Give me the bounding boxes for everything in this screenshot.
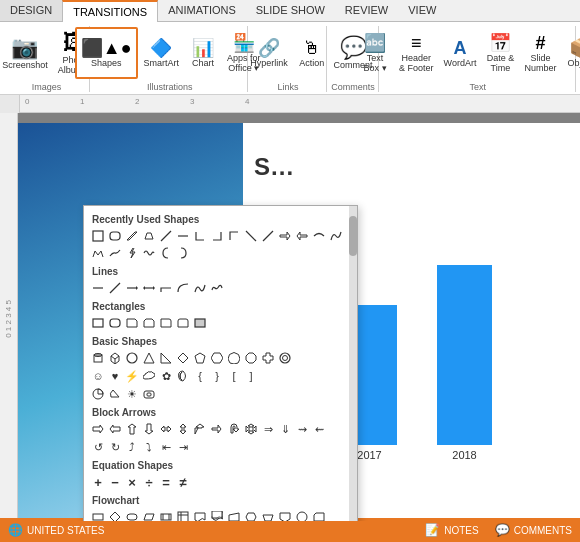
tab-review[interactable]: REVIEW [335,0,398,21]
basic-brace-right[interactable]: } [209,368,225,384]
ba-right[interactable] [90,421,106,437]
basic-flower[interactable]: ✿ [158,368,174,384]
basic-donut[interactable] [141,386,157,402]
fc-terminator[interactable] [124,509,140,521]
basic-circle[interactable] [124,350,140,366]
ba-up[interactable] [124,421,140,437]
basic-heptagon[interactable] [226,350,242,366]
tab-design[interactable]: DESIGN [0,0,62,21]
basic-cross[interactable] [260,350,276,366]
ba-right-curve[interactable]: ⇒ [260,421,276,437]
shape-parallelogram[interactable] [124,228,140,244]
ba-ribbon-right[interactable]: ⇝ [294,421,310,437]
shape-wave1[interactable] [141,245,157,261]
basic-cloud[interactable] [141,368,157,384]
shape-right-angle2[interactable] [209,228,225,244]
ba-down-curve[interactable]: ⇓ [277,421,293,437]
eq-divide[interactable]: ÷ [141,474,157,490]
fc-manual-op[interactable] [260,509,276,521]
shape-zigzag[interactable] [90,245,106,261]
rect-full[interactable] [192,315,208,331]
rect-round-two[interactable] [175,315,191,331]
shape-corner3[interactable] [226,228,242,244]
shape-rounded-rect[interactable] [107,228,123,244]
smartart-button[interactable]: 🔷 SmartArt [140,27,184,79]
shape-curve2[interactable] [328,228,344,244]
eq-multiply[interactable]: × [124,474,140,490]
eq-not-equal[interactable]: ≠ [175,474,191,490]
line-curve[interactable] [175,280,191,296]
fc-punch-card[interactable] [311,509,327,521]
tab-transitions[interactable]: TRANSITIONS [62,0,158,22]
wordart-button[interactable]: A WordArt [440,27,481,79]
shape-bracket1[interactable] [158,245,174,261]
fc-data[interactable] [141,509,157,521]
ba-left[interactable] [107,421,123,437]
screenshot-button[interactable]: 📷 Screenshot [0,27,52,79]
basic-lightning2[interactable]: ⚡ [124,368,140,384]
fc-process[interactable] [90,509,106,521]
fc-off-page[interactable] [277,509,293,521]
shape-curve1[interactable] [311,228,327,244]
shapes-scrollable[interactable]: Recently Used Shapes [84,210,357,521]
fc-internal-storage[interactable] [175,509,191,521]
shapes-button[interactable]: ⬛▲● Shapes [75,27,138,79]
basic-cylinder[interactable] [90,350,106,366]
rect-snip-two[interactable] [141,315,157,331]
basic-hexagon[interactable] [209,350,225,366]
shape-right-angle[interactable] [192,228,208,244]
ba-uturn[interactable] [226,421,242,437]
fc-predefined[interactable] [158,509,174,521]
line-straight[interactable] [90,280,106,296]
scrollbar-track[interactable] [349,206,357,521]
line-scribble[interactable] [209,280,225,296]
line-double-arrow[interactable] [141,280,157,296]
ba-callout-arrow[interactable]: ⤵ [141,439,157,455]
header-footer-button[interactable]: ≡ Header& Footer [395,27,438,79]
ba-circle-arrow[interactable]: ↺ [90,439,106,455]
ba-merge[interactable]: ⇤ [158,439,174,455]
shape-diag1[interactable] [243,228,259,244]
ba-ribbon-left[interactable]: ⇜ [311,421,327,437]
ba-semi-circle[interactable]: ⤴ [124,439,140,455]
shape-arrow-left[interactable] [294,228,310,244]
basic-chord[interactable] [107,386,123,402]
basic-brace-left[interactable]: { [192,368,208,384]
shape-s-curve[interactable] [107,245,123,261]
shape-trapezoid[interactable] [141,228,157,244]
line-freeform[interactable] [192,280,208,296]
fc-document[interactable] [192,509,208,521]
line-elbow[interactable] [158,280,174,296]
basic-pie[interactable] [90,386,106,402]
rect-round-one[interactable] [158,315,174,331]
rect-basic[interactable] [90,315,106,331]
basic-ring[interactable] [277,350,293,366]
basic-triangle[interactable] [141,350,157,366]
fc-prep[interactable] [243,509,259,521]
shape-diag2[interactable] [260,228,276,244]
shape-line2[interactable] [175,228,191,244]
basic-smiley[interactable]: ☺ [90,368,106,384]
basic-bracket-right[interactable]: ] [243,368,259,384]
rect-snip-one[interactable] [124,315,140,331]
basic-cube[interactable] [107,350,123,366]
shape-bracket2[interactable] [175,245,191,261]
action-button[interactable]: 🖱 Action [294,27,330,79]
ba-bent-up[interactable] [192,421,208,437]
slide-number-button[interactable]: # SlideNumber [520,27,560,79]
basic-diamond[interactable] [175,350,191,366]
basic-pentagon[interactable] [192,350,208,366]
line-diag[interactable] [107,280,123,296]
eq-plus[interactable]: + [90,474,106,490]
status-comments[interactable]: 💬 COMMENTS [495,523,572,537]
basic-crescent[interactable] [175,368,191,384]
ba-bent-right[interactable] [209,421,225,437]
basic-bracket-left[interactable]: [ [226,368,242,384]
ba-ud[interactable] [175,421,191,437]
ba-lr[interactable] [158,421,174,437]
shape-arrow-right[interactable] [277,228,293,244]
fc-connector[interactable] [294,509,310,521]
basic-heart[interactable]: ♥ [107,368,123,384]
text-box-button[interactable]: 🔤 TextBox ▾ [357,27,393,79]
date-time-button[interactable]: 📅 Date &Time [482,27,518,79]
